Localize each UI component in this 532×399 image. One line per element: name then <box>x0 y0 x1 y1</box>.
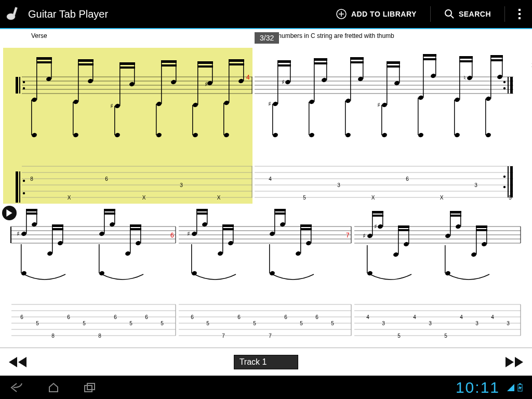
svg-point-19 <box>23 180 25 182</box>
add-to-library-label: ADD TO LIBRARY <box>351 10 417 18</box>
svg-text:5: 5 <box>331 321 334 326</box>
svg-text:3: 3 <box>507 321 510 326</box>
svg-rect-273 <box>311 224 312 243</box>
search-label: SEARCH <box>459 10 491 18</box>
svg-rect-263 <box>191 244 192 273</box>
svg-rect-148 <box>435 54 436 76</box>
svg-point-5 <box>445 10 451 16</box>
svg-rect-73 <box>229 59 244 62</box>
svg-rect-217 <box>104 212 115 215</box>
svg-rect-312 <box>408 225 409 244</box>
svg-rect-152 <box>418 98 419 135</box>
svg-rect-17 <box>16 171 18 203</box>
svg-rect-157 <box>472 56 473 78</box>
svg-text:5: 5 <box>509 195 512 201</box>
playing-instruction: all numbers in C string are fretted with… <box>270 32 394 39</box>
overflow-menu-button[interactable] <box>511 0 528 29</box>
svg-rect-106 <box>510 166 513 197</box>
svg-rect-34 <box>31 100 32 135</box>
measure-6[interactable]: 6 ♯ <box>179 206 352 341</box>
back-icon <box>10 382 24 393</box>
svg-point-41 <box>73 132 79 138</box>
svg-text:3: 3 <box>474 182 477 188</box>
svg-rect-133 <box>350 61 364 63</box>
svg-text:♯: ♯ <box>187 230 190 237</box>
svg-rect-54 <box>161 60 162 104</box>
fast-forward-icon <box>503 356 524 368</box>
svg-rect-277 <box>269 244 270 273</box>
measure-4[interactable]: 4 x4 ♯♯ <box>255 48 525 204</box>
svg-rect-316 <box>367 245 368 273</box>
prev-track-button[interactable] <box>5 354 31 370</box>
svg-text:8: 8 <box>98 333 101 339</box>
svg-marker-346 <box>515 357 523 367</box>
svg-text:6: 6 <box>191 314 194 320</box>
measure-3[interactable]: 3 <box>3 48 252 204</box>
svg-rect-68 <box>192 105 193 135</box>
recents-button[interactable] <box>82 382 98 393</box>
track-selector[interactable]: Track 1 <box>234 355 299 369</box>
svg-rect-37 <box>78 59 79 102</box>
svg-rect-202 <box>26 209 37 211</box>
action-divider <box>504 6 505 22</box>
svg-rect-159 <box>459 60 473 62</box>
svg-text:6: 6 <box>67 314 70 320</box>
svg-rect-130 <box>350 57 351 101</box>
svg-rect-131 <box>363 57 364 79</box>
svg-text:3: 3 <box>180 182 183 188</box>
svg-point-50 <box>114 132 121 138</box>
svg-rect-167 <box>490 59 503 61</box>
svg-point-134 <box>345 132 351 138</box>
svg-point-20 <box>23 192 25 194</box>
svg-rect-127 <box>309 102 310 135</box>
rewind-icon <box>8 356 29 368</box>
svg-rect-166 <box>490 55 503 58</box>
svg-text:3: 3 <box>382 321 385 326</box>
track-label: Track 1 <box>240 357 267 366</box>
svg-text:7: 7 <box>222 333 225 339</box>
app-title: Guitar Tab Player <box>28 8 108 20</box>
svg-text:♯: ♯ <box>282 78 285 86</box>
svg-rect-48 <box>119 62 135 65</box>
home-button[interactable] <box>46 382 61 393</box>
sheet-area[interactable]: Verse all numbers in C string are frette… <box>0 29 532 348</box>
svg-rect-1 <box>13 7 18 16</box>
svg-rect-225 <box>99 244 100 273</box>
svg-marker-343 <box>9 357 17 367</box>
next-track-button[interactable] <box>501 354 527 370</box>
svg-text:8: 8 <box>51 333 55 339</box>
bar-number: 4 <box>246 74 250 81</box>
add-to-library-button[interactable]: ADD TO LIBRARY <box>328 0 424 29</box>
search-icon <box>444 9 455 19</box>
back-button[interactable] <box>9 382 25 393</box>
svg-rect-46 <box>119 62 121 106</box>
svg-rect-322 <box>450 215 461 217</box>
search-button[interactable]: SEARCH <box>437 0 498 29</box>
svg-rect-209 <box>52 228 63 230</box>
section-label: Verse <box>31 32 47 39</box>
svg-point-151 <box>418 132 424 138</box>
svg-rect-144 <box>381 105 382 135</box>
svg-text:6: 6 <box>315 314 318 320</box>
measure-5[interactable]: 5 ♯ <box>3 206 177 341</box>
svg-rect-150 <box>423 58 436 60</box>
svg-rect-259 <box>233 224 234 243</box>
svg-rect-103 <box>508 77 509 94</box>
svg-rect-275 <box>300 228 312 230</box>
svg-rect-326 <box>486 225 487 244</box>
svg-rect-119 <box>272 104 273 135</box>
svg-rect-330 <box>445 245 446 273</box>
svg-text:♯: ♯ <box>374 223 377 230</box>
svg-text:5: 5 <box>300 321 303 326</box>
svg-point-160 <box>454 132 460 138</box>
svg-marker-350 <box>507 384 514 391</box>
svg-rect-47 <box>134 62 135 84</box>
system-nav-bar: 10:11 <box>0 376 532 399</box>
svg-rect-156 <box>459 56 460 100</box>
svg-rect-13 <box>16 77 18 94</box>
svg-rect-114 <box>277 60 278 104</box>
svg-rect-18 <box>19 171 20 203</box>
svg-text:X: X <box>440 195 444 201</box>
svg-rect-348 <box>85 385 92 392</box>
measure-7[interactable]: 7 ♯♯ <box>354 206 528 341</box>
